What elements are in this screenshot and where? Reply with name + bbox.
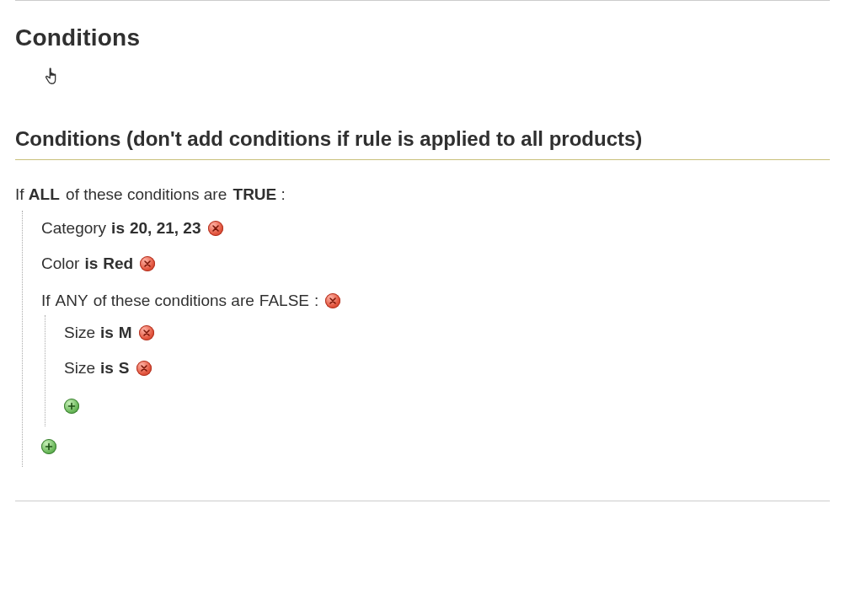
- condition-attribute[interactable]: Size: [64, 359, 95, 378]
- top-divider: [15, 0, 830, 1]
- legend-divider: [15, 159, 830, 160]
- root-middle: of these conditions are: [66, 185, 227, 203]
- condition-value[interactable]: Red: [103, 254, 133, 273]
- remove-icon[interactable]: [139, 325, 154, 340]
- condition-value[interactable]: 20, 21, 23: [130, 219, 201, 238]
- add-icon[interactable]: [41, 439, 56, 454]
- conditions-tree: Category is 20, 21, 23 Color is Red If A…: [22, 211, 830, 467]
- conditions-legend: Conditions (don't add conditions if rule…: [15, 127, 830, 151]
- remove-icon[interactable]: [140, 256, 155, 271]
- nested-value[interactable]: FALSE: [259, 292, 309, 310]
- condition-value[interactable]: S: [119, 359, 130, 378]
- condition-row: Category is 20, 21, 23: [41, 211, 830, 246]
- nested-conditions-tree: Size is M Size is S: [45, 315, 830, 426]
- root-suffix: :: [281, 185, 286, 203]
- root-prefix: If: [15, 185, 24, 203]
- nested-suffix: :: [314, 292, 318, 310]
- page-title: Conditions: [15, 24, 830, 51]
- hand-cursor-icon: [43, 67, 62, 87]
- add-icon[interactable]: [64, 399, 79, 414]
- add-condition-row: [41, 426, 830, 467]
- condition-attribute[interactable]: Color: [41, 254, 79, 273]
- bottom-divider: [15, 501, 830, 501]
- nested-combine-row: If ANY of these conditions are FALSE :: [41, 281, 830, 315]
- condition-row: Color is Red: [41, 246, 830, 281]
- condition-operator[interactable]: is: [111, 219, 125, 238]
- remove-icon[interactable]: [136, 361, 152, 376]
- collapse-area[interactable]: [15, 62, 830, 112]
- root-aggregator[interactable]: ALL: [29, 185, 60, 203]
- condition-operator[interactable]: is: [100, 324, 114, 342]
- condition-operator[interactable]: is: [84, 254, 98, 273]
- condition-row: Size is S: [64, 351, 830, 386]
- root-condition-line: If ALL of these conditions are TRUE :: [15, 185, 830, 204]
- condition-attribute[interactable]: Size: [64, 324, 95, 342]
- remove-icon[interactable]: [208, 221, 223, 236]
- nested-middle: of these conditions are: [94, 292, 254, 310]
- root-value[interactable]: TRUE: [233, 185, 277, 203]
- remove-icon[interactable]: [325, 293, 340, 308]
- condition-value[interactable]: M: [119, 324, 132, 342]
- condition-row: Size is M: [64, 315, 830, 351]
- nested-prefix: If: [41, 292, 51, 310]
- condition-attribute[interactable]: Category: [41, 219, 106, 238]
- nested-aggregator[interactable]: ANY: [56, 292, 88, 310]
- add-nested-condition-row: [64, 386, 830, 426]
- condition-operator[interactable]: is: [100, 359, 114, 378]
